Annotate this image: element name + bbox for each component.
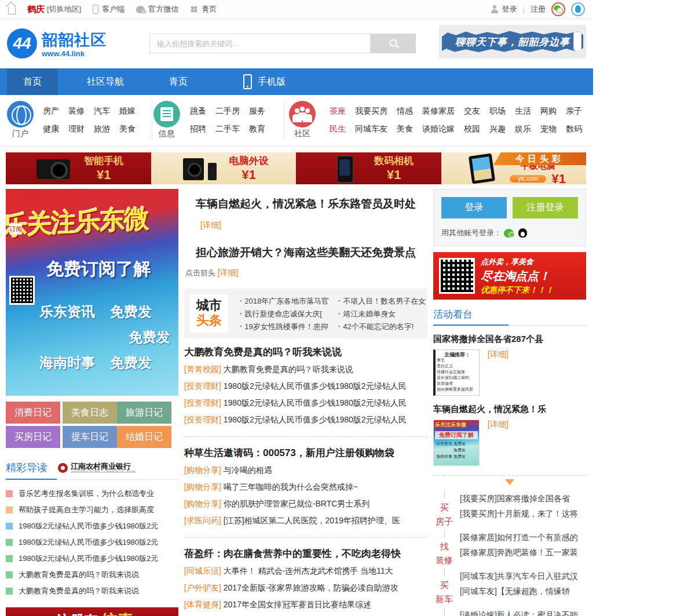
category-link[interactable]: 汽车: [94, 106, 110, 115]
category-link[interactable]: 理财: [68, 124, 85, 133]
post-tag[interactable]: [户外驴友]: [184, 583, 221, 592]
city-selector[interactable]: 鹤庆 [切换地区]: [27, 4, 81, 15]
category-link[interactable]: 教育: [249, 124, 265, 133]
category-link[interactable]: 健康: [43, 124, 59, 133]
post-row[interactable]: [体育健身]江苏女排夺冠后龚翔宇痛哭 赞助商奖江苏女排200: [184, 613, 427, 616]
search-input[interactable]: [149, 34, 371, 53]
category-link[interactable]: 美食: [119, 124, 136, 133]
post-row[interactable]: [购物分享]与冷喝的相遇: [184, 462, 427, 479]
diary-button[interactable]: 买房日记: [6, 426, 60, 448]
detail-link[interactable]: [详细]: [488, 420, 509, 466]
category-link[interactable]: 情感: [397, 106, 413, 115]
category-link[interactable]: 茶座: [330, 106, 346, 115]
headline-item[interactable]: 不堪入目！数名男子在女: [338, 294, 430, 307]
post-tag[interactable]: [购物分享]: [184, 465, 221, 475]
diary-button[interactable]: 美食日志: [63, 402, 117, 424]
headline-item[interactable]: 19岁女性跳楼事件！患抑: [240, 320, 331, 333]
wechat-mini-icon[interactable]: [504, 229, 514, 238]
nav-tab-qingye[interactable]: 青页: [153, 68, 204, 95]
nav-tab-mobile[interactable]: 手机版: [227, 68, 302, 95]
post-row[interactable]: [户外驴友]2017全新版-张家界旅游攻略，防骗必读自助游攻: [184, 579, 427, 596]
headline-item[interactable]: 42个不能忘记的名字!: [338, 320, 430, 333]
category-link[interactable]: 数码: [566, 124, 582, 133]
post-tag[interactable]: [同城乐活]: [184, 566, 221, 575]
post-tag[interactable]: [投资理财]: [184, 415, 221, 424]
category-link[interactable]: 房产: [43, 106, 59, 115]
login-button[interactable]: 登录: [441, 197, 507, 218]
promo-pc-accessory[interactable]: 电脑外设 ¥1: [151, 152, 297, 184]
category-link[interactable]: 交友: [464, 106, 480, 115]
nav-tab-home[interactable]: 首页: [7, 68, 58, 95]
activity-title[interactable]: 车辆自燃起火，情况紧急！乐: [433, 404, 586, 415]
category-link[interactable]: 招聘: [190, 124, 206, 133]
nav-tab-community[interactable]: 社区导航: [71, 68, 140, 95]
category-link[interactable]: 我要买房: [355, 106, 387, 115]
quick-link[interactable]: [谈婚论嫁]新人必读：蜜月决不能: [460, 607, 583, 616]
post-tag[interactable]: [投资理财]: [184, 398, 221, 407]
category-link[interactable]: 谈婚论嫁: [422, 124, 455, 133]
post-row[interactable]: [购物分享]你的肌肤护理管家已就位-BRTC男士系列: [184, 495, 427, 512]
category-link[interactable]: 跳蚤: [190, 106, 206, 115]
post-row[interactable]: [菁菁校园]大鹏教育免费是真的吗？听我来说说: [184, 361, 427, 378]
post-row[interactable]: [投资理财]1980版2元绿钻人民币值多少钱1980版2元绿钻人民: [184, 411, 427, 428]
category-link[interactable]: 职场: [489, 106, 506, 115]
quick-link[interactable]: [装修家居]奔跑吧装修！五一家装: [460, 545, 583, 560]
headline-item[interactable]: 靖江未婚单身女: [338, 307, 430, 320]
detail-link[interactable]: [详细]: [488, 349, 509, 396]
post-tag[interactable]: [投资理财]: [184, 381, 221, 391]
ledong-wechat-ad[interactable]: 乐关注乐东微 免费订阅了解 订阅 乐东资讯免费发 免费发 海南时事免费发: [6, 189, 178, 396]
quick-link[interactable]: [我要买房]十月新规，来了！这将: [460, 506, 583, 521]
post-row[interactable]: [同城乐活]大事件！ 精武会-连州杰龙武术馆携手 当地11大: [184, 563, 427, 579]
diary-button[interactable]: 消费日记: [6, 402, 60, 424]
diary-button[interactable]: 结婚日记: [117, 426, 171, 448]
search-button[interactable]: [371, 34, 416, 53]
top-headline-2[interactable]: 担心旅游开销大？海南这些美翻天还免费景点: [184, 246, 427, 260]
detail-link[interactable]: [详细]: [200, 220, 221, 229]
category-link[interactable]: 校园: [464, 124, 480, 133]
list-item[interactable]: 帮助孩子提高自主学习能力，选择眼高度: [6, 502, 178, 518]
category-link[interactable]: 网购: [540, 106, 557, 115]
category-link[interactable]: 旅游: [94, 124, 110, 133]
wechat-login-icon[interactable]: [551, 2, 565, 16]
category-link[interactable]: 婚嫁: [119, 106, 136, 115]
list-item[interactable]: 大鹏教育免费是真的吗？听我来说说: [6, 583, 178, 599]
client-link[interactable]: 客户端: [93, 4, 125, 14]
activity-title[interactable]: 国家将撤掉全国各省287个县: [433, 334, 586, 345]
activity-thumbnail[interactable]: 主编推荐：李文坚持正义传播社会正能量请长按扫描二维码添加微信朋友圈有更多国内新: [433, 349, 480, 396]
post-row[interactable]: [购物分享]喝了三年咖啡的我为什么会突然戒掉~: [184, 479, 427, 495]
quick-link[interactable]: [同城车友]【无缘超跑，情缘轿: [460, 584, 583, 599]
section-title[interactable]: 种草生活邀请码：000573，新用户注册领购物袋: [184, 446, 427, 460]
category-link[interactable]: 亲子: [566, 106, 582, 115]
category-link[interactable]: 民生: [330, 124, 346, 133]
post-tag[interactable]: [体育健身]: [184, 600, 221, 609]
promo-smartphone[interactable]: 智能手机 ¥1: [6, 152, 151, 184]
category-link[interactable]: 服务: [249, 106, 265, 115]
post-tag[interactable]: [求医问药]: [184, 516, 221, 525]
activity-stage-title[interactable]: 活动看台: [433, 309, 473, 320]
headline-item[interactable]: 2018年广东各地市落马官: [240, 294, 331, 307]
category-link[interactable]: 同城车友: [355, 124, 387, 133]
category-link[interactable]: 装修家居: [422, 106, 455, 115]
diary-button[interactable]: 提车日记: [63, 426, 117, 448]
list-item[interactable]: 音乐艺考生报名集训班，为什么都选专业: [6, 486, 178, 502]
register-link[interactable]: 注册: [531, 4, 546, 14]
official-wechat-link[interactable]: 官方微信: [136, 4, 178, 14]
bank-logo[interactable]: 江南农村商业银行 JIANGNAN RURAL COMMERCIAL BANK: [58, 462, 136, 473]
quick-link[interactable]: [我要买房]国家将撤掉全国各省: [460, 491, 583, 506]
post-tag[interactable]: [菁菁校园]: [184, 365, 221, 374]
qingye-link[interactable]: 青页: [190, 4, 217, 14]
category-link[interactable]: 二手房: [215, 106, 240, 115]
qq-login-icon[interactable]: [571, 2, 585, 16]
section-title[interactable]: 蓓盈纤：肉在膳食营养中的重要性，不吃肉老得快: [184, 547, 427, 560]
section-title[interactable]: 大鹏教育免费是真的吗？听我来说说: [184, 345, 427, 359]
quick-link[interactable]: [装修家居]如何打造一个有质感的: [460, 530, 583, 545]
category-link[interactable]: 兴趣: [489, 124, 506, 133]
post-row[interactable]: [求医问药][江苏]相城区第二人民医院，2019年招聘护理、医: [184, 512, 427, 529]
post-tag[interactable]: [购物分享]: [184, 499, 221, 508]
top-headline-1[interactable]: 车辆自燃起火，情况紧急！乐东路管员及时处: [184, 197, 427, 211]
list-item[interactable]: 1980版2元绿钻人民币值多少钱1980版2元: [6, 534, 178, 551]
category-link[interactable]: 装修: [68, 106, 85, 115]
category-link[interactable]: 美食: [397, 124, 413, 133]
headline-item[interactable]: 践行新使命忠诚保大庆[: [240, 307, 331, 320]
detail-link[interactable]: [详细]: [218, 268, 239, 277]
